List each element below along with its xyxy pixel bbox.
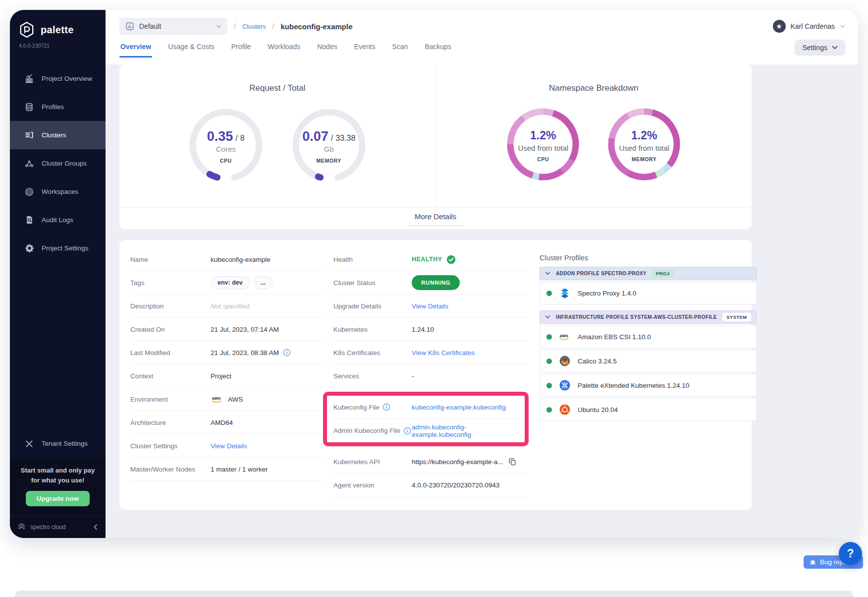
upgrade-now-button[interactable]: Upgrade now — [26, 491, 90, 506]
detail-label-text: Health — [333, 256, 353, 263]
tab-nodes[interactable]: Nodes — [316, 39, 338, 64]
detail-label-text: Cluster Status — [333, 279, 376, 287]
info-icon — [283, 349, 291, 357]
layers-icon — [24, 102, 34, 112]
status-dot — [546, 291, 552, 296]
panel-title: Namespace Breakdown — [436, 83, 752, 93]
copy-button[interactable] — [508, 458, 517, 466]
collapse-sidebar-button[interactable] — [93, 524, 99, 530]
target-icon — [24, 187, 34, 197]
detail-label: Environment — [130, 396, 211, 403]
detail-label: Cluster Settings — [130, 442, 211, 450]
environment-value: AWS — [228, 396, 243, 403]
sidebar-item-cluster-groups[interactable]: Cluster Groups — [10, 149, 106, 178]
tab-profile[interactable]: Profile — [230, 39, 252, 64]
more-details-button[interactable]: More Details — [407, 211, 464, 226]
donut-center: 1.2% Used from total CPU — [507, 108, 579, 180]
version-label: 4.0.0-230721 — [10, 42, 106, 49]
svg-text:aws: aws — [560, 333, 568, 338]
profile-item-ubuntu-20-04[interactable]: Ubuntu 20.04 — [540, 398, 757, 421]
tag-item[interactable]: ... — [254, 276, 272, 289]
value-text: 1.24.10 — [412, 326, 434, 333]
sidebar-item-audit-logs[interactable]: Audit Logs — [10, 206, 106, 234]
profile-item-spectro-proxy-1-4-0[interactable]: Spectro Proxy 1.4.0 — [540, 282, 757, 304]
doc-search-icon — [24, 215, 34, 225]
detail-value: awsAWS — [211, 395, 243, 404]
detail-label-text: Last Modified — [130, 349, 170, 357]
aws-logo: aws — [558, 332, 571, 341]
detail-label: Created On — [130, 326, 211, 333]
donut-center: 1.2% Used from total MEMORY — [608, 108, 680, 180]
sidebar-item-tenant-settings[interactable]: Tenant Settings — [10, 429, 106, 458]
detail-label-text: Services — [333, 372, 359, 380]
tab-bar: OverviewUsage & CostsProfileWorkloadsNod… — [119, 39, 452, 64]
detail-value: AMD64 — [211, 419, 233, 426]
detail-label: Kubernetes — [333, 326, 412, 333]
tab-scan[interactable]: Scan — [391, 39, 409, 64]
sidebar-item-label: Workspaces — [42, 188, 78, 195]
bar-chart-icon — [24, 74, 34, 84]
detail-row-kubernetes-api: Kubernetes APIhttps://kubeconfig-example… — [333, 450, 529, 474]
value-text: 21 Jul, 2023, 08:38 AM — [211, 349, 279, 357]
profile-item-palette-extended-kubernetes-1-24-10[interactable]: Palette eXtended Kubernetes 1.24.10 — [540, 374, 757, 397]
details-column-left: Namekubeconfig-exampleTagsenv: dev...Des… — [130, 248, 323, 481]
brand-name: palette — [41, 24, 74, 36]
chevron-down-icon — [832, 46, 838, 50]
info-icon — [403, 427, 411, 435]
sidebar-item-clusters[interactable]: Clusters — [10, 121, 106, 149]
link-k8s-certificates[interactable]: View K8s Certificates — [412, 349, 475, 357]
tab-usage-costs[interactable]: Usage & Costs — [167, 39, 215, 64]
tab-overview[interactable]: Overview — [119, 39, 152, 64]
help-button[interactable]: ? — [839, 542, 862, 565]
memory-gauge: 0.07 / 33.38 Gb MEMORY — [292, 108, 366, 182]
memory-donut: 1.2% Used from total MEMORY — [608, 108, 680, 180]
detail-label: Cluster Status — [333, 279, 412, 287]
link-admin-kubeconfig-file[interactable]: admin.kubeconfig-example.kubeconfig — [412, 423, 520, 438]
sidebar-item-workspaces[interactable]: Workspaces — [10, 178, 106, 206]
detail-label-text: Environment — [130, 396, 168, 403]
profile-section-header[interactable]: ADDON PROFILE SPECTRO-PROXYPROJ — [540, 267, 757, 280]
profile-section-header[interactable]: INFRASTRUCTURE PROFILE SYSTEM-AWS-CLUSTE… — [540, 310, 757, 324]
detail-value: Not specified. — [211, 302, 251, 310]
detail-row-master-worker-nodes: Master/Worker Nodes1 master / 1 worker — [130, 458, 323, 481]
sidebar-item-profiles[interactable]: Profiles — [10, 93, 106, 121]
tab-backups[interactable]: Backups — [424, 39, 452, 64]
detail-value: Project — [211, 372, 231, 380]
detail-row-context: ContextProject — [130, 364, 323, 388]
detail-row-architecture: ArchitectureAMD64 — [130, 411, 323, 434]
detail-label-text: Kubeconfig File — [333, 404, 380, 411]
tab-workloads[interactable]: Workloads — [267, 39, 301, 64]
breadcrumb-separator: / — [272, 22, 274, 30]
project-selector[interactable]: Default — [119, 18, 227, 35]
detail-row-environment: EnvironmentawsAWS — [130, 388, 323, 411]
sidebar-item-label: Project Settings — [42, 244, 89, 252]
sidebar-item-project-overview[interactable]: Project Overview — [10, 64, 106, 93]
breadcrumb-clusters-link[interactable]: Clusters — [242, 23, 266, 30]
sidebar-footer: spectro cloud — [10, 515, 106, 538]
chevron-down-icon — [545, 272, 550, 275]
detail-label: Architecture — [130, 419, 211, 426]
muted-value: Not specified. — [211, 302, 251, 310]
link-upgrade-details[interactable]: View Details — [412, 302, 448, 310]
profile-section-title: ADDON PROFILE SPECTRO-PROXY — [556, 271, 647, 276]
sidebar-item-project-settings[interactable]: Project Settings — [10, 234, 106, 262]
profile-item-name: Spectro Proxy 1.4.0 — [578, 290, 637, 297]
detail-value: admin.kubeconfig-example.kubeconfig — [412, 423, 520, 438]
cluster-status-badge: RUNNING — [412, 275, 460, 290]
user-menu[interactable]: Karl Cardenas — [773, 20, 846, 33]
profile-section-proj: ADDON PROFILE SPECTRO-PROXYPROJSpectro P… — [540, 267, 757, 304]
profile-section-title: INFRASTRUCTURE PROFILE SYSTEM-AWS-CLUSTE… — [556, 314, 717, 320]
link-cluster-settings[interactable]: View Details — [211, 442, 247, 450]
tab-events[interactable]: Events — [353, 39, 377, 64]
profile-item-name: Palette eXtended Kubernetes 1.24.10 — [578, 382, 689, 389]
link-kubeconfig-file[interactable]: kubeconfig-example.kubeconfig — [412, 404, 506, 411]
gauge-center: 0.35 / 8 Cores CPU — [189, 108, 263, 182]
profile-item-amazon-ebs-csi-1-10-0[interactable]: awsAmazon EBS CSI 1.10.0 — [540, 325, 757, 348]
profile-item-calico-3-24-5[interactable]: Calico 3.24.5 — [540, 350, 757, 372]
detail-label: Name — [130, 256, 211, 263]
settings-button[interactable]: Settings — [795, 40, 845, 56]
profile-scope-badge: PROJ — [652, 269, 673, 278]
app-window: palette 4.0.0-230721 Project OverviewPro… — [10, 10, 858, 538]
detail-value: View Details — [412, 302, 448, 310]
tag-env-dev[interactable]: env: dev — [211, 276, 250, 289]
